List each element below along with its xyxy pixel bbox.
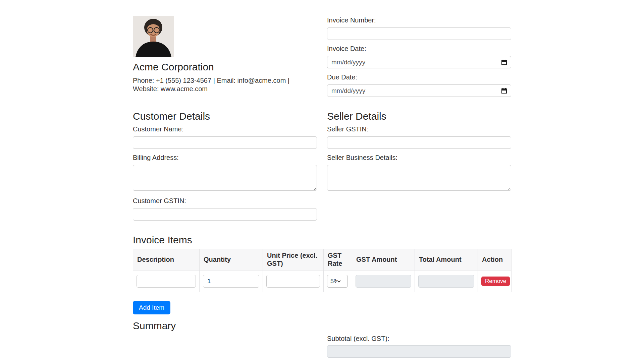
cgst-group: CGST Amount:	[327, 360, 511, 362]
calendar-icon[interactable]	[501, 87, 507, 94]
item-description-input[interactable]	[137, 275, 196, 288]
customer-name-label: Customer Name:	[133, 125, 317, 133]
seller-details-heading: Seller Details	[327, 110, 511, 122]
col-header-total-amount: Total Amount	[415, 249, 478, 270]
seller-gstin-label: Seller GSTIN:	[327, 125, 511, 133]
header-row: Acme Corporation Phone: +1 (555) 123-456…	[133, 16, 511, 102]
gst-rate-select[interactable]: 5%	[327, 275, 348, 288]
customer-gstin-input[interactable]	[133, 208, 317, 221]
company-header: Acme Corporation Phone: +1 (555) 123-456…	[133, 16, 317, 102]
invoice-date-input[interactable]: mm/dd/yyyy	[327, 56, 511, 68]
invoice-page: Acme Corporation Phone: +1 (555) 123-456…	[133, 0, 511, 362]
company-logo-image	[133, 16, 174, 57]
calendar-icon[interactable]	[501, 59, 507, 66]
due-date-placeholder: mm/dd/yyyy	[331, 87, 365, 95]
summary-section: Summary Subtotal (excl. GST): CGST Amoun…	[133, 320, 511, 362]
summary-fields: Subtotal (excl. GST): CGST Amount:	[327, 335, 511, 362]
gst-rate-selected-value: 5%	[330, 278, 337, 285]
seller-business-label: Seller Business Details:	[327, 154, 511, 162]
due-date-input[interactable]: mm/dd/yyyy	[327, 84, 511, 97]
cgst-label: CGST Amount:	[327, 360, 511, 362]
billing-address-textarea[interactable]	[133, 165, 317, 191]
col-header-action: Action	[478, 249, 512, 270]
customer-gstin-group: Customer GSTIN:	[133, 197, 317, 221]
invoice-items-section: Invoice Items Description Quantity Unit …	[133, 234, 511, 314]
seller-business-group: Seller Business Details:	[327, 154, 511, 192]
invoice-number-group: Invoice Number:	[327, 16, 511, 40]
invoice-items-table: Description Quantity Unit Price (excl. G…	[133, 249, 512, 292]
summary-grid: Subtotal (excl. GST): CGST Amount:	[133, 335, 511, 362]
subtotal-output	[327, 345, 511, 358]
customer-name-input[interactable]	[133, 136, 317, 149]
customer-name-group: Customer Name:	[133, 125, 317, 149]
invoice-date-placeholder: mm/dd/yyyy	[331, 59, 365, 66]
col-header-description: Description	[133, 249, 200, 270]
chevron-down-icon	[337, 280, 341, 283]
col-header-unit-price: Unit Price (excl. GST)	[263, 249, 324, 270]
seller-details-section: Seller Details Seller GSTIN: Seller Busi…	[327, 102, 511, 225]
items-header-row: Description Quantity Unit Price (excl. G…	[133, 249, 512, 270]
item-row: 5% Remove	[133, 270, 512, 292]
invoice-number-input[interactable]	[327, 27, 511, 40]
summary-heading: Summary	[133, 320, 511, 332]
customer-gstin-label: Customer GSTIN:	[133, 197, 317, 205]
item-unit-price-input[interactable]	[266, 275, 320, 288]
company-contact-line: Phone: +1 (555) 123-4567 | Email: info@a…	[133, 76, 317, 93]
subtotal-label: Subtotal (excl. GST):	[327, 335, 511, 343]
summary-left-spacer	[133, 335, 317, 362]
invoice-date-group: Invoice Date: mm/dd/yyyy	[327, 45, 511, 68]
invoice-number-label: Invoice Number:	[327, 16, 511, 24]
subtotal-group: Subtotal (excl. GST):	[327, 335, 511, 358]
customer-details-heading: Customer Details	[133, 110, 317, 122]
company-name: Acme Corporation	[133, 61, 317, 73]
due-date-label: Due Date:	[327, 73, 511, 81]
seller-gstin-input[interactable]	[327, 136, 511, 149]
col-header-gst-amount: GST Amount	[352, 249, 415, 270]
customer-details-section: Customer Details Customer Name: Billing …	[133, 102, 317, 225]
add-item-button[interactable]: Add Item	[133, 301, 170, 314]
seller-business-textarea[interactable]	[327, 165, 511, 191]
invoice-meta-form: Invoice Number: Invoice Date: mm/dd/yyyy…	[327, 16, 511, 102]
remove-item-button[interactable]: Remove	[481, 277, 510, 286]
seller-gstin-group: Seller GSTIN:	[327, 125, 511, 149]
details-row: Customer Details Customer Name: Billing …	[133, 102, 511, 225]
billing-address-label: Billing Address:	[133, 154, 317, 162]
item-gst-amount-output	[356, 275, 411, 288]
invoice-date-label: Invoice Date:	[327, 45, 511, 53]
col-header-gst-rate: GST Rate	[324, 249, 352, 270]
invoice-items-heading: Invoice Items	[133, 234, 511, 246]
billing-address-group: Billing Address:	[133, 154, 317, 192]
item-quantity-input[interactable]	[203, 275, 259, 288]
due-date-group: Due Date: mm/dd/yyyy	[327, 73, 511, 97]
item-total-amount-output	[418, 275, 474, 288]
col-header-quantity: Quantity	[200, 249, 263, 270]
